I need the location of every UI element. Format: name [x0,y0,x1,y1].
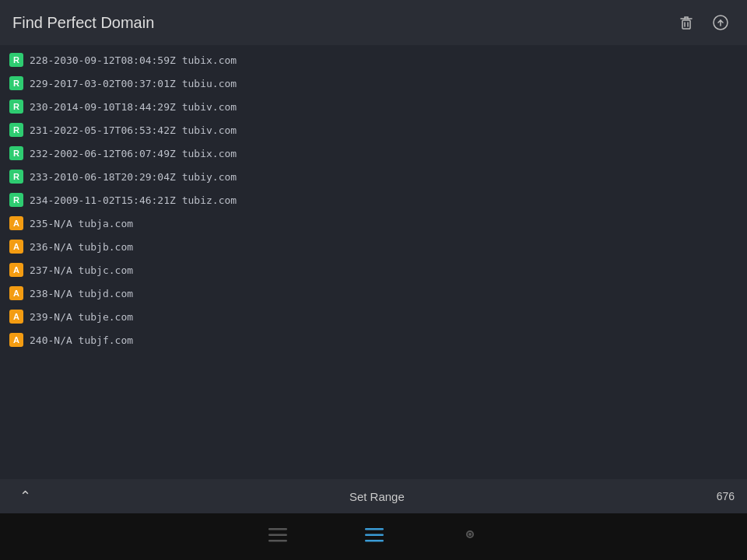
taskbar [0,513,747,560]
item-text: 230-2014-09-10T18:44:29Z tubiv.com [30,101,237,113]
list-item[interactable]: R230-2014-09-10T18:44:29Z tubiv.com [0,95,747,118]
list-item[interactable]: R229-2017-03-02T00:37:01Z tubiu.com [0,72,747,95]
collapse-button[interactable]: ⌃ [12,484,37,509]
svg-point-11 [468,533,472,536]
delete-button[interactable] [672,9,700,37]
item-text: 228-2030-09-12T08:04:59Z tubix.com [30,54,237,66]
page-count: 676 [717,490,735,502]
item-text: 233-2010-06-18T20:29:04Z tubiy.com [30,171,237,183]
list-item[interactable]: A236-N/A tubjb.com [0,235,747,258]
list-item[interactable]: R228-2030-09-12T08:04:59Z tubix.com [0,48,747,72]
list-item[interactable]: R231-2022-05-17T06:53:42Z tubiv.com [0,118,747,142]
badge-registered: R [9,53,23,67]
badge-registered: R [9,100,23,114]
trash-icon [678,14,695,31]
badge-available: A [9,333,23,347]
svg-rect-8 [365,534,384,537]
badge-available: A [9,310,23,324]
taskbar-menu-icon[interactable] [268,527,287,547]
upload-icon [712,14,729,31]
item-text: 236-N/A tubjb.com [30,241,133,253]
list-item[interactable]: A238-N/A tubjd.com [0,282,747,305]
badge-available: A [9,263,23,277]
badge-available: A [9,286,23,300]
svg-rect-7 [365,528,384,530]
taskbar-home-icon[interactable] [365,527,384,547]
item-text: 238-N/A tubjd.com [30,288,133,299]
item-text: 234-2009-11-02T15:46:21Z tubiz.com [30,194,237,206]
badge-registered: R [9,123,23,137]
taskbar-settings-icon[interactable] [461,526,479,548]
page-title: Find Perfect Domain [12,14,154,32]
list-item[interactable]: R233-2010-06-18T20:29:04Z tubiy.com [0,165,747,188]
item-text: 237-N/A tubjc.com [30,264,133,276]
svg-rect-0 [682,20,690,29]
item-text: 239-N/A tubje.com [30,311,133,323]
list-item[interactable]: A235-N/A tubja.com [0,212,747,235]
list-item[interactable]: R234-2009-11-02T15:46:21Z tubiz.com [0,188,747,212]
list-item[interactable]: A239-N/A tubje.com [0,305,747,328]
svg-rect-6 [268,540,287,542]
item-text: 235-N/A tubja.com [30,218,133,229]
upload-button[interactable] [707,9,735,37]
svg-rect-5 [268,534,287,537]
list-scroll[interactable]: R228-2030-09-12T08:04:59Z tubix.comR229-… [0,45,747,479]
badge-registered: R [9,193,23,207]
set-range-button[interactable]: Set Range [37,490,717,503]
bottom-bar: ⌃ Set Range 676 [0,479,747,513]
svg-rect-4 [268,528,287,530]
list-area: R228-2030-09-12T08:04:59Z tubix.comR229-… [0,45,747,479]
item-text: 231-2022-05-17T06:53:42Z tubiv.com [30,124,237,136]
top-bar: Find Perfect Domain [0,0,747,45]
list-item[interactable]: A237-N/A tubjc.com [0,258,747,282]
app-container: Find Perfect Domain [0,0,747,560]
list-item[interactable]: R232-2002-06-12T06:07:49Z tubix.com [0,142,747,165]
item-text: 232-2002-06-12T06:07:49Z tubix.com [30,148,237,159]
item-text: 229-2017-03-02T00:37:01Z tubiu.com [30,78,237,89]
badge-available: A [9,216,23,230]
svg-rect-9 [365,540,384,542]
item-text: 240-N/A tubjf.com [30,334,133,346]
badge-registered: R [9,170,23,184]
badge-available: A [9,240,23,254]
top-bar-actions [672,9,735,37]
badge-registered: R [9,76,23,90]
badge-registered: R [9,146,23,160]
list-item[interactable]: A240-N/A tubjf.com [0,328,747,352]
